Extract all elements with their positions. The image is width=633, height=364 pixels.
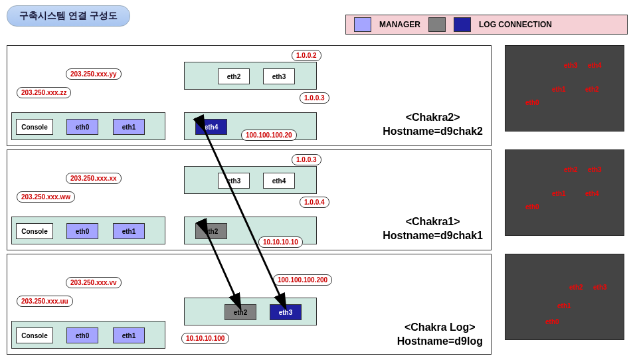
p1-eth0: eth0	[525, 99, 539, 106]
r3-ip-eth3: 100.100.100.200	[273, 274, 332, 286]
r1-port-eth2: eth2	[218, 68, 250, 84]
r2-ip1: 203.250.xxx.ww	[17, 191, 75, 203]
r3-host: <Chakra Log> Hostname=d9log	[397, 321, 483, 349]
r3-port-console: Console	[16, 327, 53, 343]
p2-eth3: eth3	[588, 166, 602, 173]
r1-left-box: Console eth0 eth1	[11, 112, 165, 140]
r3-port-eth0: eth0	[66, 327, 98, 343]
r2-ip-bot: 1.0.0.4	[300, 197, 329, 208]
r1-ip-top: 1.0.0.2	[292, 50, 321, 61]
legend-label-log: LOG CONNECTION	[479, 20, 552, 29]
legend-box-gray	[428, 17, 446, 32]
r3-port-eth1: eth1	[113, 327, 145, 343]
r1-port-eth4: eth4	[195, 119, 227, 135]
r2-port-eth1: eth1	[113, 223, 145, 239]
p2-eth0: eth0	[525, 203, 539, 211]
p3-eth2: eth2	[569, 284, 583, 291]
r2-ip-top: 1.0.0.3	[292, 154, 321, 165]
r2-port-eth0: eth0	[66, 223, 98, 239]
p1-eth1: eth1	[552, 86, 566, 93]
row-chakralog: Console eth0 eth1 203.250.xxx.uu 203.250…	[7, 254, 492, 355]
r1-rightA: eth2 eth3	[184, 62, 317, 90]
p2-eth4: eth4	[585, 190, 599, 197]
r2-ip-eth2: 10.10.10.10	[258, 236, 303, 248]
p1-eth3: eth3	[564, 62, 578, 69]
r1-host-title: <Chakra2>	[383, 111, 483, 125]
photo-2: eth2 eth3 eth1 eth4 eth0	[505, 149, 624, 236]
r2-port-console: Console	[16, 223, 53, 239]
r1-port-eth3: eth3	[263, 68, 295, 84]
r3-ip-eth2: 10.10.10.100	[181, 333, 229, 344]
r1-port-console: Console	[16, 119, 53, 135]
photo-3: eth2 eth3 eth1 eth0	[505, 254, 624, 340]
r1-port-eth1: eth1	[113, 119, 145, 135]
legend: MANAGER LOG CONNECTION	[345, 15, 628, 35]
row-chakra2: Console eth0 eth1 203.250.xxx.zz 203.250…	[7, 45, 492, 146]
r3-port-eth2: eth2	[225, 304, 256, 320]
r1-ip2: 203.250.xxx.yy	[66, 68, 122, 80]
p2-eth1: eth1	[552, 190, 566, 197]
r2-port-eth3: eth3	[218, 173, 250, 189]
r3-left-box: Console eth0 eth1	[11, 321, 165, 349]
r2-port-eth4: eth4	[263, 173, 295, 189]
r2-port-eth2: eth2	[195, 223, 227, 239]
r3-port-eth3: eth3	[270, 304, 302, 320]
r2-host: <Chakra1> Hostname=d9chak1	[383, 215, 483, 243]
r3-ip1: 203.250.xxx.uu	[17, 296, 73, 307]
r2-ip2: 203.250.xxx.xx	[66, 173, 122, 184]
p1-eth4: eth4	[588, 62, 602, 69]
r1-port-eth0: eth0	[66, 119, 98, 135]
r2-rightA: eth3 eth4	[184, 166, 317, 194]
r3-host-name: Hostname=d9log	[397, 335, 483, 349]
legend-box-manager	[354, 17, 371, 32]
p3-eth1: eth1	[557, 302, 571, 310]
title-pill: 구축시스템 연결 구성도	[7, 5, 130, 27]
r1-ip-bot: 1.0.0.3	[300, 92, 329, 104]
r3-host-title: <Chakra Log>	[397, 321, 483, 335]
r2-left-box: Console eth0 eth1	[11, 217, 165, 244]
p2-eth2: eth2	[564, 166, 578, 173]
r1-host-name: Hostname=d9chak2	[383, 125, 483, 139]
row-chakra1: Console eth0 eth1 203.250.xxx.ww 203.250…	[7, 149, 492, 250]
p1-eth2: eth2	[585, 86, 599, 93]
r1-host: <Chakra2> Hostname=d9chak2	[383, 111, 483, 139]
r3-ip2: 203.250.xxx.vv	[66, 277, 122, 288]
p3-eth3: eth3	[593, 284, 607, 291]
legend-box-log	[454, 17, 471, 32]
photo-1: eth3 eth4 eth1 eth2 eth0	[505, 45, 624, 132]
r2-host-title: <Chakra1>	[383, 215, 483, 229]
r1-ip1: 203.250.xxx.zz	[17, 87, 71, 98]
r2-host-name: Hostname=d9chak1	[383, 229, 483, 243]
r3-rightB: eth2 eth3	[184, 298, 317, 325]
legend-label-manager: MANAGER	[379, 20, 420, 29]
r1-ip-eth4: 100.100.100.20	[241, 130, 297, 141]
p3-eth0: eth0	[545, 318, 559, 325]
